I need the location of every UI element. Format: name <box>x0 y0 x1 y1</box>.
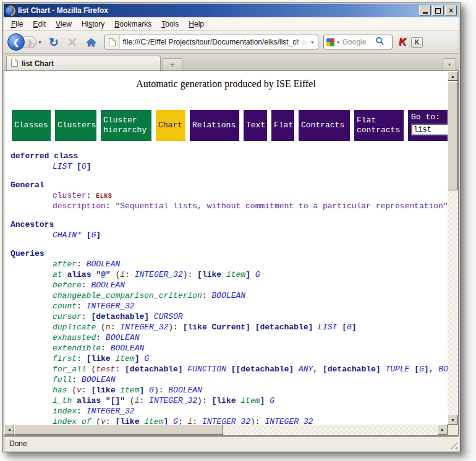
class-link[interactable]: BOOLEAN <box>211 291 245 300</box>
horizontal-scroll-thumb[interactable] <box>14 425 223 435</box>
feature-link[interactable]: duplicate <box>53 323 96 332</box>
feature-link[interactable]: after <box>53 260 77 269</box>
magnifier-icon[interactable] <box>375 36 384 48</box>
class-link[interactable]: INTEGER_32 <box>135 270 183 279</box>
class-link[interactable]: INTEGER_32 <box>149 396 197 405</box>
window-titlebar[interactable]: list Chart - Mozilla Firefox ✕ <box>4 4 459 17</box>
back-button[interactable]: ❮ <box>7 33 25 51</box>
class-link[interactable]: INTEGER_32 <box>202 417 250 425</box>
maximize-button[interactable] <box>432 6 444 15</box>
search-box[interactable]: ▼ <box>323 35 393 49</box>
feature-link[interactable]: exhausted <box>53 333 96 342</box>
class-link[interactable]: ANY <box>299 365 313 374</box>
scroll-down-button[interactable]: ▼ <box>448 415 458 425</box>
nav-button-flat-contracts[interactable]: Flat contracts <box>354 110 404 141</box>
menu-bookmarks[interactable]: Bookmarks <box>109 19 156 30</box>
new-tab-button[interactable]: + <box>163 58 182 70</box>
nav-button-relations[interactable]: Relations <box>190 110 239 141</box>
nav-button-flat[interactable]: Flat <box>271 110 294 141</box>
url-text[interactable]: file:///C:/Eiffel Projects/tour/Document… <box>120 38 299 46</box>
feature-link[interactable]: item <box>240 396 260 405</box>
class-link[interactable]: BOOLEAN <box>82 375 116 384</box>
feature-link[interactable]: for_all <box>53 365 87 374</box>
feature-link[interactable]: cursor <box>53 312 82 321</box>
navigation-toolbar: ❮ ❯ ▼ ↻ ✕ file:///C:/Eiffel Projects/tou… <box>4 31 459 54</box>
class-link[interactable]: G <box>270 396 274 405</box>
class-link[interactable]: CHAIN* <box>53 230 82 240</box>
class-link[interactable]: INTEGER_32 <box>87 407 135 416</box>
vertical-scrollbar[interactable]: ▲ ▼ <box>448 71 458 425</box>
class-link[interactable]: INTEGER_32 <box>87 302 135 311</box>
scroll-up-button[interactable]: ▲ <box>448 71 458 81</box>
goto-input[interactable] <box>411 124 448 135</box>
class-link[interactable]: TUPLE <box>385 365 409 374</box>
class-link[interactable]: BOOLEAN <box>91 281 125 290</box>
nav-button-text[interactable]: Text <box>244 110 267 141</box>
class-link[interactable]: BOOLEAN <box>111 344 145 353</box>
close-button[interactable]: ✕ <box>445 6 457 15</box>
scroll-right-button[interactable]: ► <box>438 425 448 435</box>
class-link[interactable]: INTEGER_32 <box>265 417 313 425</box>
feature-link[interactable]: has <box>53 386 67 395</box>
feature-link[interactable]: at <box>53 270 62 279</box>
nav-button-contracts[interactable]: Contracts <box>299 110 350 141</box>
stop-icon[interactable]: ✕ <box>67 36 77 48</box>
class-link[interactable]: LIST <box>318 323 337 332</box>
home-icon[interactable] <box>86 38 96 47</box>
class-link[interactable]: CURSOR <box>154 312 183 321</box>
vertical-scroll-thumb[interactable] <box>448 81 458 190</box>
feature-link[interactable]: item <box>144 417 163 425</box>
nav-button-cluster-hierarchy[interactable]: Cluster hierarchy <box>101 110 151 141</box>
horizontal-scrollbar[interactable]: ◄ ► <box>4 425 448 435</box>
feature-link[interactable]: item <box>120 386 139 395</box>
class-link[interactable]: BOOLEAN <box>87 260 121 269</box>
class-link[interactable]: G <box>82 162 87 171</box>
class-link[interactable]: G <box>419 365 424 374</box>
address-bar[interactable]: file:///C:/Eiffel Projects/tour/Document… <box>104 35 318 49</box>
tab-list-chart[interactable]: list Chart <box>6 56 161 70</box>
menu-history[interactable]: History <box>77 19 109 30</box>
feature-link[interactable]: i_th <box>53 396 72 405</box>
reload-icon[interactable]: ↻ <box>49 36 59 48</box>
feature-link[interactable]: index_of <box>53 417 91 425</box>
class-link[interactable]: BOOLEAN <box>106 333 140 342</box>
feature-link[interactable]: changeable_comparison_criterion <box>53 291 202 300</box>
url-dropdown-icon[interactable]: ▼ <box>309 40 318 44</box>
class-link[interactable]: G <box>144 354 149 363</box>
scroll-left-button[interactable]: ◄ <box>4 425 14 435</box>
resize-grip-icon[interactable] <box>449 441 457 449</box>
tab-list-dropdown-button[interactable]: ▼ <box>443 58 456 70</box>
minimize-button[interactable] <box>419 6 431 15</box>
class-link[interactable]: G <box>173 417 178 425</box>
menu-file[interactable]: File <box>6 19 28 30</box>
bookmark-star-icon[interactable]: ☆ <box>299 37 309 47</box>
search-engine-dropdown-icon[interactable]: ▼ <box>336 40 341 44</box>
kaspersky-icon[interactable]: K <box>397 36 407 48</box>
class-link[interactable]: INTEGER_32 <box>120 323 168 332</box>
class-link[interactable]: LIST <box>53 162 72 171</box>
feature-link[interactable]: count <box>53 302 77 311</box>
feature-link[interactable]: extendible <box>53 344 101 353</box>
nav-button-clusters[interactable]: Clusters <box>55 110 96 141</box>
class-link[interactable]: FUNCTION <box>187 365 226 374</box>
nav-button-chart[interactable]: Chart <box>156 110 185 141</box>
search-input[interactable] <box>342 38 373 46</box>
feature-link[interactable]: first <box>53 354 77 363</box>
menu-tools[interactable]: Tools <box>156 19 184 30</box>
menu-edit[interactable]: Edit <box>28 19 51 30</box>
class-link[interactable]: G <box>255 270 260 279</box>
k-extension-button[interactable]: K <box>411 37 423 48</box>
feature-link[interactable]: item <box>226 270 245 279</box>
feature-link[interactable]: index <box>53 407 77 416</box>
feature-link[interactable]: before <box>53 281 82 290</box>
class-link[interactable]: G <box>347 323 352 332</box>
history-dropdown-icon[interactable]: ▼ <box>38 40 42 44</box>
feature-link[interactable]: full <box>53 375 72 384</box>
nav-button-classes[interactable]: Classes <box>12 110 51 141</box>
class-link[interactable]: G <box>149 386 154 395</box>
menu-view[interactable]: View <box>51 19 77 30</box>
feature-link[interactable]: item <box>115 354 134 363</box>
menu-help[interactable]: Help <box>184 19 209 30</box>
class-link[interactable]: BOOLEAN <box>438 365 448 374</box>
class-link[interactable]: BOOLEAN <box>168 386 202 395</box>
